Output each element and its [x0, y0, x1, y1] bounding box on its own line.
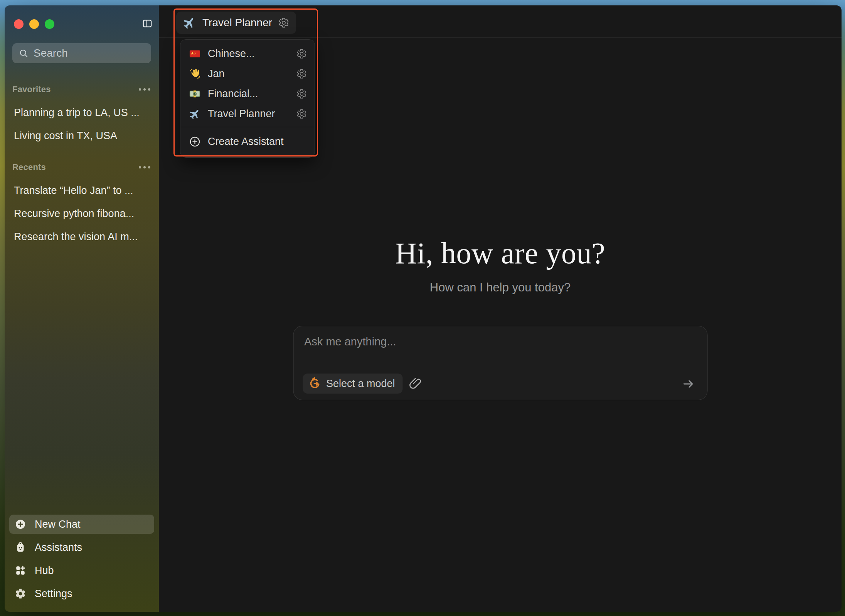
recents-ellipsis-icon[interactable]: [138, 164, 151, 171]
airplane-emoji: [182, 16, 196, 30]
plus-circle-icon: [15, 518, 26, 530]
search-box[interactable]: [12, 43, 151, 63]
sidebar: Favorites Planning a trip to LA, US ... …: [5, 5, 159, 612]
money-emoji: [189, 88, 201, 100]
composer-actions: Select a model: [303, 374, 422, 394]
gear-icon[interactable]: [296, 69, 307, 79]
assistant-option-label: Financial...: [208, 88, 290, 100]
chat-item[interactable]: Recursive python fibona...: [12, 205, 151, 222]
assistant-option-travel-planner[interactable]: Travel Planner: [180, 104, 315, 124]
greeting-title: Hi, how are you?: [159, 236, 842, 271]
china-flag-emoji: [189, 48, 201, 60]
select-model-button[interactable]: Select a model: [303, 374, 403, 394]
nav-item-assistants[interactable]: Assistants: [9, 538, 154, 557]
nav-label: Hub: [35, 565, 54, 577]
assistant-option-label: Chinese...: [208, 48, 290, 60]
assistant-option-jan[interactable]: Jan: [180, 64, 315, 84]
assistant-option-financial[interactable]: Financial...: [180, 84, 315, 104]
desktop: { "window": { "traffic_lights": ["close"…: [0, 0, 845, 616]
airplane-emoji: [189, 108, 201, 120]
gear-icon[interactable]: [296, 109, 307, 119]
create-assistant-button[interactable]: Create Assistant: [180, 130, 315, 153]
close-button[interactable]: [14, 19, 24, 29]
nav-item-hub[interactable]: Hub: [9, 561, 154, 580]
assistant-option-label: Travel Planner: [208, 108, 290, 120]
favorites-title: Favorites: [12, 84, 51, 94]
app-window: Favorites Planning a trip to LA, US ... …: [5, 5, 842, 612]
chat-item[interactable]: Translate “Hello Jan” to ...: [12, 182, 151, 199]
minimize-button[interactable]: [29, 19, 39, 29]
main-area: Travel Planner Chinese...: [159, 5, 842, 612]
gear-icon[interactable]: [278, 17, 289, 28]
assistants-icon: [15, 542, 26, 553]
nav-label: New Chat: [35, 518, 81, 530]
sidebar-nav: New Chat Assistants Hub Settings: [9, 515, 154, 603]
chat-composer: Select a model: [293, 326, 707, 400]
paperclip-icon[interactable]: [409, 377, 422, 390]
hub-icon: [15, 565, 26, 576]
titlebar: [5, 5, 159, 43]
search-input[interactable]: [34, 47, 173, 59]
assistant-selector-label: Travel Planner: [202, 17, 272, 29]
sidebar-toggle-icon[interactable]: [142, 18, 153, 29]
chat-item[interactable]: Living cost in TX, USA: [12, 127, 151, 144]
gear-icon[interactable]: [296, 49, 307, 59]
nav-label: Assistants: [35, 542, 82, 554]
waving-hand-emoji: [189, 68, 201, 80]
gear-icon[interactable]: [296, 89, 307, 99]
zoom-button[interactable]: [45, 19, 54, 29]
greeting-subtitle: How can I help you today?: [159, 281, 842, 295]
nav-item-new-chat[interactable]: New Chat: [9, 515, 154, 534]
assistant-option-chinese[interactable]: Chinese...: [180, 44, 315, 64]
chat-item[interactable]: Research the vision AI m...: [12, 228, 151, 245]
nav-item-settings[interactable]: Settings: [9, 584, 154, 603]
message-input[interactable]: [304, 335, 676, 360]
plus-circle-icon: [189, 136, 201, 148]
assistant-option-label: Jan: [208, 68, 290, 80]
greeting: Hi, how are you? How can I help you toda…: [159, 236, 842, 295]
recents-title: Recents: [12, 162, 46, 172]
favorites-section: Favorites Planning a trip to LA, US ... …: [12, 84, 151, 144]
assistant-selector-button[interactable]: Travel Planner: [176, 12, 296, 34]
menu-divider: [180, 127, 315, 127]
nav-label: Settings: [35, 588, 72, 600]
chat-item[interactable]: Planning a trip to LA, US ...: [12, 104, 151, 121]
gear-icon: [15, 588, 26, 599]
send-arrow-icon[interactable]: [681, 377, 695, 391]
recents-section: Recents Translate “Hello Jan” to ... Rec…: [12, 162, 151, 245]
create-assistant-label: Create Assistant: [208, 136, 284, 148]
assistant-dropdown-menu: Chinese... Jan Financial...: [180, 39, 315, 158]
select-model-label: Select a model: [326, 378, 395, 390]
llama-icon: [308, 377, 321, 390]
main-header: Travel Planner: [159, 5, 842, 38]
search-icon: [19, 48, 29, 59]
favorites-ellipsis-icon[interactable]: [138, 86, 151, 93]
